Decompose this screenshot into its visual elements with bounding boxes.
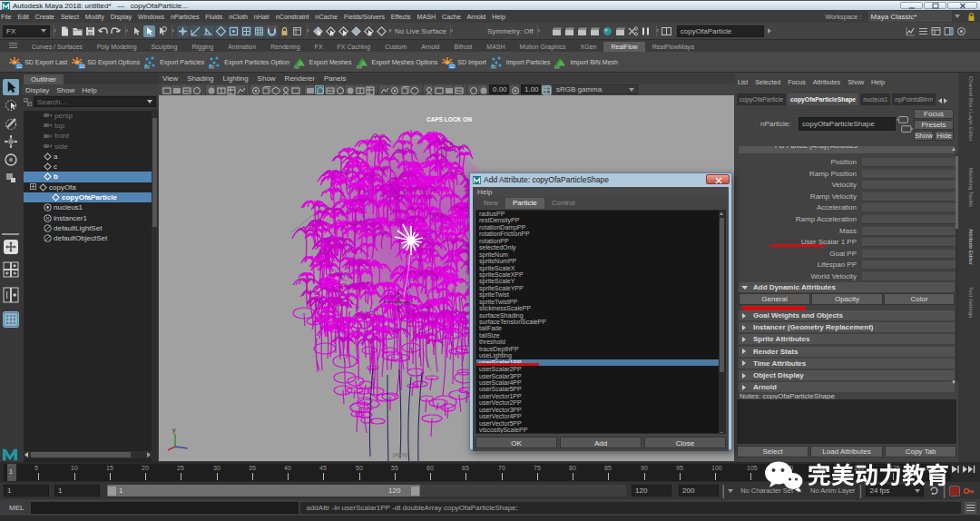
svg-text:y: y	[172, 427, 176, 434]
svg-text:RF: RF	[357, 64, 363, 70]
svg-text:RF: RF	[554, 64, 561, 70]
svg-text:RF: RF	[294, 64, 300, 70]
svg-text:SD: SD	[79, 64, 85, 69]
svg-text:SD: SD	[16, 64, 23, 69]
svg-text:RF: RF	[144, 64, 151, 70]
svg-text:RF: RF	[491, 64, 497, 70]
svg-text:RF: RF	[209, 64, 215, 70]
svg-text:SD: SD	[449, 64, 456, 69]
